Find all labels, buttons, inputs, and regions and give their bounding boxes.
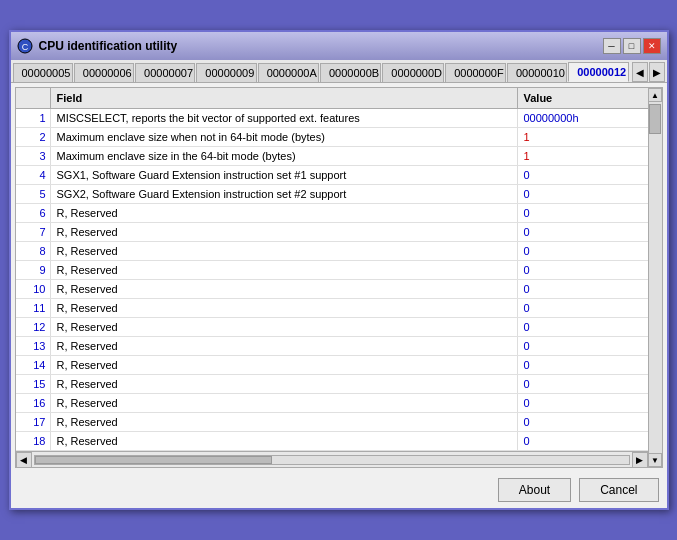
row-field: R, Reserved (51, 337, 518, 355)
row-value: 0 (518, 432, 648, 450)
tab-0000000A[interactable]: 0000000A (258, 63, 319, 82)
col-field-header: Field (51, 88, 518, 108)
vertical-scrollbar[interactable]: ▲ ▼ (648, 88, 662, 467)
svg-text:C: C (21, 42, 28, 52)
content-area: Field Value 1MISCSELECT, reports the bit… (15, 87, 663, 468)
row-num: 17 (16, 413, 51, 431)
table-row: 16R, Reserved0 (16, 394, 648, 413)
row-field: Maximum enclave size in the 64-bit mode … (51, 147, 518, 165)
table-body: 1MISCSELECT, reports the bit vector of s… (16, 109, 648, 451)
hscroll-track[interactable] (34, 455, 630, 465)
row-value: 0 (518, 299, 648, 317)
table-row: 4SGX1, Software Guard Extension instruct… (16, 166, 648, 185)
row-value: 1 (518, 147, 648, 165)
row-num: 13 (16, 337, 51, 355)
table-row: 12R, Reserved0 (16, 318, 648, 337)
row-num: 6 (16, 204, 51, 222)
tab-0000000D[interactable]: 0000000D (382, 63, 444, 82)
row-num: 11 (16, 299, 51, 317)
tab-nav: ◀ ▶ (632, 62, 665, 82)
title-buttons: ─ □ ✕ (603, 38, 661, 54)
row-value: 0 (518, 356, 648, 374)
row-value: 0 (518, 413, 648, 431)
table-row: 11R, Reserved0 (16, 299, 648, 318)
row-value: 0 (518, 280, 648, 298)
row-field: R, Reserved (51, 242, 518, 260)
tab-00000009[interactable]: 00000009 (196, 63, 256, 82)
row-field: Maximum enclave size when not in 64-bit … (51, 128, 518, 146)
tab-00000012[interactable]: 00000012 (568, 62, 628, 82)
row-field: R, Reserved (51, 318, 518, 336)
hscroll-left-button[interactable]: ◀ (16, 452, 32, 468)
hscroll-right-button[interactable]: ▶ (632, 452, 648, 468)
row-value: 0 (518, 394, 648, 412)
table-row: 5SGX2, Software Guard Extension instruct… (16, 185, 648, 204)
table-row: 6R, Reserved0 (16, 204, 648, 223)
tab-00000007[interactable]: 00000007 (135, 63, 195, 82)
row-value: 0 (518, 166, 648, 184)
row-field: R, Reserved (51, 413, 518, 431)
hscroll-thumb[interactable] (35, 456, 273, 464)
row-field: R, Reserved (51, 375, 518, 393)
row-value: 0 (518, 318, 648, 336)
table-row: 8R, Reserved0 (16, 242, 648, 261)
row-num: 9 (16, 261, 51, 279)
table-row: 18R, Reserved0 (16, 432, 648, 451)
table-row: 13R, Reserved0 (16, 337, 648, 356)
tab-0000000B[interactable]: 0000000B (320, 63, 381, 82)
row-num: 2 (16, 128, 51, 146)
minimize-button[interactable]: ─ (603, 38, 621, 54)
col-value-header: Value (518, 88, 648, 108)
row-field: MISCSELECT, reports the bit vector of su… (51, 109, 518, 127)
vscroll-up-button[interactable]: ▲ (648, 88, 662, 102)
row-field: R, Reserved (51, 280, 518, 298)
table-row: 3Maximum enclave size in the 64-bit mode… (16, 147, 648, 166)
tab-00000005[interactable]: 00000005 (13, 63, 73, 82)
row-num: 15 (16, 375, 51, 393)
table-row: 7R, Reserved0 (16, 223, 648, 242)
row-num: 16 (16, 394, 51, 412)
row-value: 0 (518, 337, 648, 355)
row-field: R, Reserved (51, 394, 518, 412)
about-button[interactable]: About (498, 478, 571, 502)
row-value: 1 (518, 128, 648, 146)
maximize-button[interactable]: □ (623, 38, 641, 54)
row-num: 3 (16, 147, 51, 165)
row-value: 0 (518, 242, 648, 260)
row-num: 7 (16, 223, 51, 241)
vscroll-thumb[interactable] (649, 104, 661, 134)
row-value: 00000000h (518, 109, 648, 127)
row-num: 8 (16, 242, 51, 260)
table-row: 9R, Reserved0 (16, 261, 648, 280)
row-field: R, Reserved (51, 261, 518, 279)
row-field: R, Reserved (51, 356, 518, 374)
tab-prev-button[interactable]: ◀ (632, 62, 648, 82)
tab-00000010[interactable]: 00000010 (507, 63, 567, 82)
row-num: 18 (16, 432, 51, 450)
close-button[interactable]: ✕ (643, 38, 661, 54)
title-bar-left: C CPU identification utility (17, 38, 178, 54)
window-title: CPU identification utility (39, 39, 178, 53)
row-value: 0 (518, 223, 648, 241)
row-num: 1 (16, 109, 51, 127)
row-field: R, Reserved (51, 204, 518, 222)
tab-bar: 00000005 00000006 00000007 00000009 0000… (11, 60, 667, 83)
title-bar: C CPU identification utility ─ □ ✕ (11, 32, 667, 60)
row-num: 12 (16, 318, 51, 336)
action-bar: About Cancel (11, 472, 667, 508)
row-field: R, Reserved (51, 223, 518, 241)
tab-00000006[interactable]: 00000006 (74, 63, 134, 82)
cpu-icon: C (17, 38, 33, 54)
tab-0000000F[interactable]: 0000000F (445, 63, 506, 82)
vscroll-down-button[interactable]: ▼ (648, 453, 662, 467)
table-row: 1MISCSELECT, reports the bit vector of s… (16, 109, 648, 128)
row-num: 10 (16, 280, 51, 298)
table-row: 17R, Reserved0 (16, 413, 648, 432)
row-field: R, Reserved (51, 432, 518, 450)
horizontal-scrollbar[interactable]: ◀ ▶ (16, 451, 648, 467)
cancel-button[interactable]: Cancel (579, 478, 658, 502)
row-field: SGX2, Software Guard Extension instructi… (51, 185, 518, 203)
tab-next-button[interactable]: ▶ (649, 62, 665, 82)
row-num: 14 (16, 356, 51, 374)
table-row: 10R, Reserved0 (16, 280, 648, 299)
